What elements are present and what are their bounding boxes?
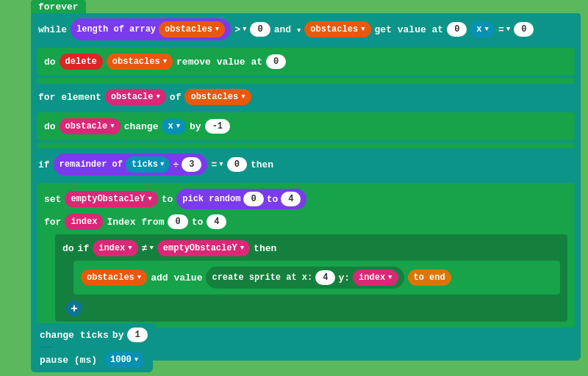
set-section: set emptyObstacleY ▼ to pick random 0 to… [37,183,575,328]
ticks-dropdown[interactable]: ticks ▼ [126,156,170,173]
from-keyword: Index from [107,217,164,228]
empty-obstacle-y-label: emptyObstacleY [71,194,145,204]
obstacles-dropdown-1[interactable]: obstacles [159,21,225,37]
and-keyword: and ▼ [274,24,301,35]
empty-obstacle-y-dropdown-2[interactable]: emptyObstacleY ▼ [157,240,250,256]
change-ticks-block[interactable]: change ticks by 1 [31,323,157,347]
plus-button-inner[interactable]: + [66,300,82,317]
block-container: forever while length of array obstacles … [0,0,588,376]
then-keyword: then [251,159,273,170]
do-change-section: do obstacle ▼ change x ▼ by -1 [37,112,575,140]
pick-random-label: pick random [182,194,240,204]
empty-obstacle-y-label-2: emptyObstacleY [163,243,237,253]
change-keyword: change [124,121,159,132]
for-index-row: for index Index from 0 to 4 [44,212,567,232]
obstacles-dropdown-3[interactable]: obstacles ▼ [107,54,173,70]
remainder-block[interactable]: remainder of ticks ▼ ÷ 3 [54,153,208,176]
delete-section: do delete obstacles ▼ remove value at 0 [37,48,575,76]
of-keyword: of [170,92,182,103]
neg1-oval[interactable]: -1 [205,119,230,134]
obstacles-dropdown-2[interactable]: obstacles ▼ [304,21,370,37]
index-block[interactable]: index [65,214,103,230]
index-label-3: index [359,272,385,283]
obstacles-label-1: obstacles [165,24,212,35]
one-oval[interactable]: 1 [127,328,147,342]
ticks2-label: ticks [80,330,109,341]
delete-label: delete [65,57,97,67]
if-keyword: if [38,159,50,170]
zero-oval-3[interactable]: 0 [514,22,534,37]
obstacle-block[interactable]: obstacle ▼ [105,89,166,105]
empty-obstacle-y-dropdown[interactable]: emptyObstacleY ▼ [65,191,157,207]
for-element-row: for element obstacle ▼ of obstacles ▼ [31,84,581,110]
delete-block[interactable]: delete [60,54,103,70]
y-label: y: [338,272,350,283]
index-dropdown-2[interactable]: index ▼ [93,240,137,256]
zero-oval-4[interactable]: 0 [266,54,286,69]
eq-operator-2: = ▼ [211,159,223,170]
index-label: index [71,217,97,227]
zero-oval-1[interactable]: 0 [250,22,270,37]
change-ticks-label: change [40,330,74,341]
do-nested-row: do if index ▼ ≠ ▼ emptyObstacleY ▼ [62,238,560,258]
create-sprite-label: create sprite at x: [212,272,312,283]
spacer-bar-1 [37,78,575,84]
four-oval-2[interactable]: 4 [315,270,335,285]
index-label-2: index [98,243,125,253]
pause-block[interactable]: pause (ms) 1000 ▼ [31,347,153,372]
do-delete-row: do delete obstacles ▼ remove value at 0 [44,51,567,72]
do-keyword-2: do [44,121,56,132]
forever-label: forever [31,0,86,14]
do-keyword-3: do [62,243,74,254]
to-end-block[interactable]: to end [408,270,451,286]
obstacle-dropdown-2[interactable]: obstacle ▼ [60,118,121,134]
to-keyword-2: to [267,194,279,205]
for-element-keyword: for element [38,92,101,103]
obstacles-dropdown-4[interactable]: obstacles ▼ [184,89,251,105]
set-row: set emptyObstacleY ▼ to pick random 0 to… [44,187,567,212]
x-dropdown[interactable]: x ▼ [470,21,495,37]
outer-teal-block: while length of array obstacles > ▼ 0 an… [31,13,581,361]
x-dropdown-2[interactable]: x ▼ [162,118,186,134]
to4-oval[interactable]: 4 [207,214,226,229]
pause-row: pause (ms) 1000 ▼ [31,347,153,372]
ms-val-label: 1000 [110,355,132,365]
x-label-2: x [168,121,173,131]
while-keyword: while [38,24,67,35]
change-ticks-row: change ticks by 1 [31,323,157,347]
then-keyword-2: then [254,243,276,254]
zero-oval-5[interactable]: 0 [227,157,247,172]
remainder-label: remainder of [60,159,123,170]
while-row: while length of array obstacles > ▼ 0 an… [31,13,581,46]
if-row: if remainder of ticks ▼ ÷ 3 = ▼ 0 then [31,148,581,181]
to-keyword-3: to [192,217,204,228]
by-keyword-1: by [190,121,201,132]
obstacles-label-4: obstacles [190,92,238,102]
ms-value-dropdown[interactable]: 1000 ▼ [104,352,144,368]
obstacle-label: obstacle [111,92,154,102]
from0-oval[interactable]: 0 [168,214,187,229]
length-of-array-block[interactable]: length of array obstacles [71,18,231,40]
by1-label: by [112,330,124,341]
obstacles-dropdown-5[interactable]: obstacles ▼ [81,270,147,286]
do-nested-section: do if index ▼ ≠ ▼ emptyObstacleY ▼ [55,234,567,322]
do-change-row: do obstacle ▼ change x ▼ by -1 [44,116,567,137]
obstacles-label-2: obstacles [310,24,358,35]
gt-operator: > ▼ [234,24,246,35]
pick-random-block[interactable]: pick random 0 to 4 [176,189,306,209]
index-dropdown-3[interactable]: index ▼ [353,270,398,286]
divide-symbol: ÷ [173,159,179,170]
forever-text: forever [38,1,79,12]
get-value-at-label: get value at [375,24,444,35]
to-end-label: to end [414,272,445,283]
three-oval[interactable]: 3 [182,157,201,172]
zero-oval-6[interactable]: 0 [243,192,263,206]
spacer-bar-2 [37,142,575,148]
obstacles-add-row: obstacles ▼ add value create sprite at x… [81,264,553,291]
create-sprite-block[interactable]: create sprite at x: 4 y: index ▼ [206,267,404,289]
length-of-array-label: length of array [76,24,156,35]
zero-oval-2[interactable]: 0 [447,22,467,37]
add-value-label: add value [151,272,202,283]
four-oval[interactable]: 4 [281,192,301,206]
set-keyword: set [44,194,61,205]
